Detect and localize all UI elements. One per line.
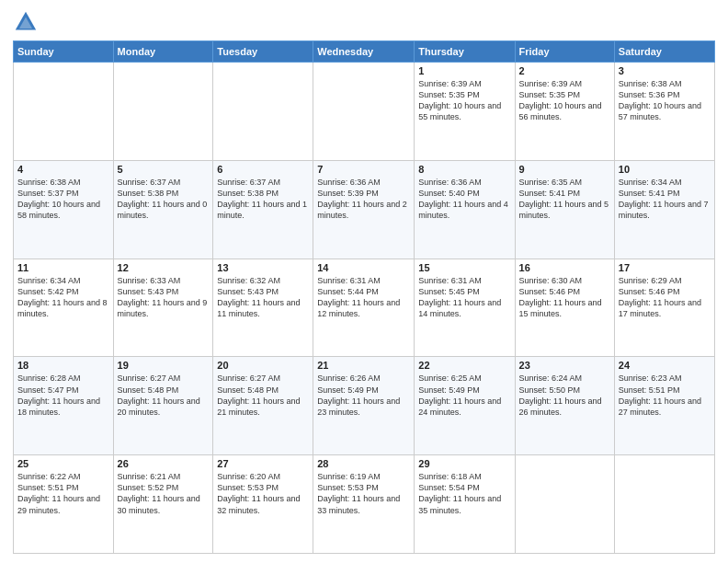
calendar-cell [113,63,213,161]
calendar-cell: 28Sunrise: 6:19 AM Sunset: 5:53 PM Dayli… [313,455,415,554]
calendar-cell [614,455,714,554]
weekday-header-row: SundayMondayTuesdayWednesdayThursdayFrid… [14,41,715,63]
day-info: Sunrise: 6:36 AM Sunset: 5:40 PM Dayligh… [418,177,510,222]
calendar-cell: 10Sunrise: 6:34 AM Sunset: 5:41 PM Dayli… [614,160,714,259]
calendar-cell: 17Sunrise: 6:29 AM Sunset: 5:46 PM Dayli… [614,259,714,357]
day-number: 18 [17,360,109,371]
calendar-cell: 21Sunrise: 6:26 AM Sunset: 5:49 PM Dayli… [313,357,415,455]
calendar-cell: 29Sunrise: 6:18 AM Sunset: 5:54 PM Dayli… [415,455,515,554]
day-info: Sunrise: 6:36 AM Sunset: 5:39 PM Dayligh… [317,177,410,222]
calendar-cell: 23Sunrise: 6:24 AM Sunset: 5:50 PM Dayli… [515,357,614,455]
day-info: Sunrise: 6:32 AM Sunset: 5:43 PM Dayligh… [217,275,309,320]
day-number: 14 [317,262,410,273]
calendar-cell [213,63,313,161]
calendar-cell: 25Sunrise: 6:22 AM Sunset: 5:51 PM Dayli… [14,455,114,554]
calendar-table: SundayMondayTuesdayWednesdayThursdayFrid… [13,40,715,554]
calendar-cell [313,63,415,161]
logo-icon [13,9,39,35]
day-number: 26 [118,458,210,469]
calendar-cell: 2Sunrise: 6:39 AM Sunset: 5:35 PM Daylig… [515,63,614,161]
day-number: 22 [418,360,510,371]
calendar-cell: 13Sunrise: 6:32 AM Sunset: 5:43 PM Dayli… [213,259,313,357]
calendar-header: SundayMondayTuesdayWednesdayThursdayFrid… [14,41,715,63]
calendar-cell: 22Sunrise: 6:25 AM Sunset: 5:49 PM Dayli… [415,357,515,455]
calendar-cell: 14Sunrise: 6:31 AM Sunset: 5:44 PM Dayli… [313,259,415,357]
day-info: Sunrise: 6:37 AM Sunset: 5:38 PM Dayligh… [118,177,210,222]
day-info: Sunrise: 6:30 AM Sunset: 5:46 PM Dayligh… [519,275,610,320]
header [13,9,715,35]
calendar-week-row: 1Sunrise: 6:39 AM Sunset: 5:35 PM Daylig… [14,63,715,161]
calendar-cell: 24Sunrise: 6:23 AM Sunset: 5:51 PM Dayli… [614,357,714,455]
calendar-cell [515,455,614,554]
day-info: Sunrise: 6:22 AM Sunset: 5:51 PM Dayligh… [17,471,109,516]
day-number: 8 [418,164,510,175]
day-info: Sunrise: 6:31 AM Sunset: 5:45 PM Dayligh… [418,275,510,320]
day-number: 19 [118,360,210,371]
calendar-cell: 27Sunrise: 6:20 AM Sunset: 5:53 PM Dayli… [213,455,313,554]
calendar-cell: 15Sunrise: 6:31 AM Sunset: 5:45 PM Dayli… [415,259,515,357]
calendar-cell: 16Sunrise: 6:30 AM Sunset: 5:46 PM Dayli… [515,259,614,357]
calendar-week-row: 25Sunrise: 6:22 AM Sunset: 5:51 PM Dayli… [14,455,715,554]
day-number: 7 [317,164,410,175]
weekday-header-thursday: Thursday [415,41,515,63]
day-info: Sunrise: 6:34 AM Sunset: 5:42 PM Dayligh… [17,275,109,320]
day-info: Sunrise: 6:28 AM Sunset: 5:47 PM Dayligh… [17,373,109,418]
weekday-header-sunday: Sunday [14,41,114,63]
day-number: 16 [519,262,610,273]
day-number: 10 [619,164,711,175]
day-number: 9 [519,164,610,175]
calendar-cell: 26Sunrise: 6:21 AM Sunset: 5:52 PM Dayli… [113,455,213,554]
day-info: Sunrise: 6:31 AM Sunset: 5:44 PM Dayligh… [317,275,410,320]
day-info: Sunrise: 6:35 AM Sunset: 5:41 PM Dayligh… [519,177,610,222]
day-info: Sunrise: 6:33 AM Sunset: 5:43 PM Dayligh… [118,275,210,320]
weekday-header-friday: Friday [515,41,614,63]
day-number: 1 [418,65,510,76]
calendar-body: 1Sunrise: 6:39 AM Sunset: 5:35 PM Daylig… [14,63,715,554]
day-number: 17 [619,262,711,273]
day-number: 2 [519,65,610,76]
day-info: Sunrise: 6:19 AM Sunset: 5:53 PM Dayligh… [317,471,410,516]
logo [13,9,42,35]
calendar-cell [14,63,114,161]
day-info: Sunrise: 6:23 AM Sunset: 5:51 PM Dayligh… [619,373,711,418]
day-info: Sunrise: 6:29 AM Sunset: 5:46 PM Dayligh… [619,275,711,320]
day-number: 5 [118,164,210,175]
page: SundayMondayTuesdayWednesdayThursdayFrid… [0,0,728,563]
day-number: 12 [118,262,210,273]
day-info: Sunrise: 6:21 AM Sunset: 5:52 PM Dayligh… [118,471,210,516]
day-number: 4 [17,164,109,175]
day-info: Sunrise: 6:39 AM Sunset: 5:35 PM Dayligh… [519,78,610,123]
day-number: 3 [619,65,711,76]
calendar-cell: 19Sunrise: 6:27 AM Sunset: 5:48 PM Dayli… [113,357,213,455]
calendar-cell: 9Sunrise: 6:35 AM Sunset: 5:41 PM Daylig… [515,160,614,259]
day-info: Sunrise: 6:34 AM Sunset: 5:41 PM Dayligh… [619,177,711,222]
calendar-cell: 1Sunrise: 6:39 AM Sunset: 5:35 PM Daylig… [415,63,515,161]
day-info: Sunrise: 6:18 AM Sunset: 5:54 PM Dayligh… [418,471,510,516]
calendar-cell: 3Sunrise: 6:38 AM Sunset: 5:36 PM Daylig… [614,63,714,161]
calendar-cell: 8Sunrise: 6:36 AM Sunset: 5:40 PM Daylig… [415,160,515,259]
calendar-cell: 6Sunrise: 6:37 AM Sunset: 5:38 PM Daylig… [213,160,313,259]
day-number: 13 [217,262,309,273]
day-number: 27 [217,458,309,469]
day-info: Sunrise: 6:25 AM Sunset: 5:49 PM Dayligh… [418,373,510,418]
calendar-cell: 7Sunrise: 6:36 AM Sunset: 5:39 PM Daylig… [313,160,415,259]
calendar-week-row: 11Sunrise: 6:34 AM Sunset: 5:42 PM Dayli… [14,259,715,357]
weekday-header-wednesday: Wednesday [313,41,415,63]
day-number: 29 [418,458,510,469]
calendar-cell: 4Sunrise: 6:38 AM Sunset: 5:37 PM Daylig… [14,160,114,259]
day-info: Sunrise: 6:20 AM Sunset: 5:53 PM Dayligh… [217,471,309,516]
weekday-header-monday: Monday [113,41,213,63]
weekday-header-saturday: Saturday [614,41,714,63]
day-number: 23 [519,360,610,371]
calendar-cell: 18Sunrise: 6:28 AM Sunset: 5:47 PM Dayli… [14,357,114,455]
day-number: 15 [418,262,510,273]
day-number: 11 [17,262,109,273]
day-info: Sunrise: 6:38 AM Sunset: 5:36 PM Dayligh… [619,78,711,123]
day-info: Sunrise: 6:26 AM Sunset: 5:49 PM Dayligh… [317,373,410,418]
calendar-cell: 5Sunrise: 6:37 AM Sunset: 5:38 PM Daylig… [113,160,213,259]
day-number: 6 [217,164,309,175]
day-info: Sunrise: 6:24 AM Sunset: 5:50 PM Dayligh… [519,373,610,418]
calendar-cell: 20Sunrise: 6:27 AM Sunset: 5:48 PM Dayli… [213,357,313,455]
day-info: Sunrise: 6:38 AM Sunset: 5:37 PM Dayligh… [17,177,109,222]
day-info: Sunrise: 6:27 AM Sunset: 5:48 PM Dayligh… [217,373,309,418]
